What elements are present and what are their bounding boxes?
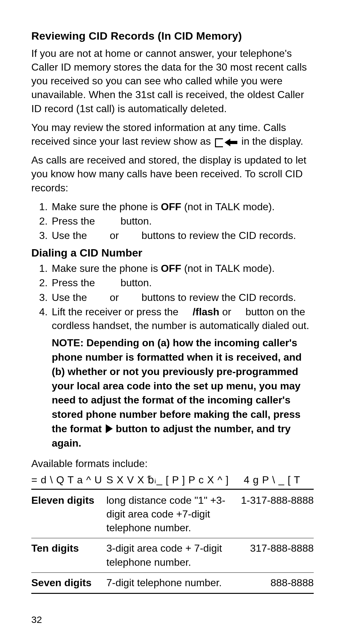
format-right-icon — [106, 424, 113, 433]
format-name: Eleven digits — [31, 490, 106, 538]
step: Use the or buttons to review the CID rec… — [50, 229, 314, 242]
formats-header-col3: 4 g P \ _ [ T — [234, 473, 314, 487]
format-desc: long distance code "1" +3-digit area cod… — [106, 490, 234, 538]
format-name: Seven digits — [31, 572, 106, 593]
step: Lift the receiver or press the /flash or… — [50, 305, 314, 450]
formats-table: Eleven digits long distance code "1" +3-… — [31, 490, 314, 594]
table-row: Eleven digits long distance code "1" +3-… — [31, 490, 314, 538]
format-name: Ten digits — [31, 538, 106, 572]
steps-list-dialing: Make sure the phone is OFF (not in TALK … — [31, 262, 314, 450]
formats-header-col2: S X V X ␢ᵢ_ [ P ] P c X ^ ] — [106, 473, 234, 487]
new-call-indicator-icon — [215, 138, 237, 146]
format-example: 317-888-8888 — [234, 538, 314, 572]
text: (not in TALK mode). — [181, 263, 275, 274]
paragraph: As calls are received and stored, the di… — [31, 153, 314, 195]
step: Use the or buttons to review the CID rec… — [50, 291, 314, 304]
step: Make sure the phone is OFF (not in TALK … — [50, 262, 314, 275]
step: Press the button. — [50, 214, 314, 228]
format-desc: 7-digit telephone number. — [106, 572, 234, 593]
text-bold: OFF — [161, 201, 181, 212]
table-row: Ten digits 3-digit area code + 7-digit t… — [31, 538, 314, 572]
formats-intro: Available formats include: — [31, 457, 314, 471]
text: Lift the receiver or press the — [52, 306, 193, 318]
section-title-dialing: Dialing a CID Number — [31, 246, 314, 260]
section-title-reviewing: Reviewing CID Records (In CID Memory) — [31, 29, 314, 43]
text-bold: /flash — [193, 306, 219, 318]
text: (not in TALK mode). — [181, 201, 275, 212]
formats-header-row: = d \ Q T a ^ U S X V X ␢ᵢ_ [ P ] P c X … — [31, 473, 314, 490]
page-number: 32 — [31, 613, 42, 626]
paragraph: If you are not at home or cannot answer,… — [31, 47, 314, 116]
text-bold: OFF — [161, 263, 181, 274]
step: Make sure the phone is OFF (not in TALK … — [50, 200, 314, 214]
format-desc: 3-digit area code + 7-digit telephone nu… — [106, 538, 234, 572]
format-example: 888-8888 — [234, 572, 314, 593]
format-example: 1-317-888-8888 — [234, 490, 314, 538]
text: Make sure the phone is — [52, 263, 161, 274]
note-text: NOTE: Depending on (a) how the incoming … — [52, 337, 302, 434]
table-row: Seven digits 7-digit telephone number. 8… — [31, 572, 314, 593]
step: Press the button. — [50, 276, 314, 290]
paragraph: You may review the stored information at… — [31, 121, 314, 148]
text: Make sure the phone is — [52, 201, 161, 212]
formats-header-col1: = d \ Q T a ^ U — [31, 473, 106, 487]
steps-list-reviewing: Make sure the phone is OFF (not in TALK … — [31, 200, 314, 243]
note: NOTE: Depending on (a) how the incoming … — [52, 336, 314, 450]
text: in the display. — [241, 135, 303, 147]
